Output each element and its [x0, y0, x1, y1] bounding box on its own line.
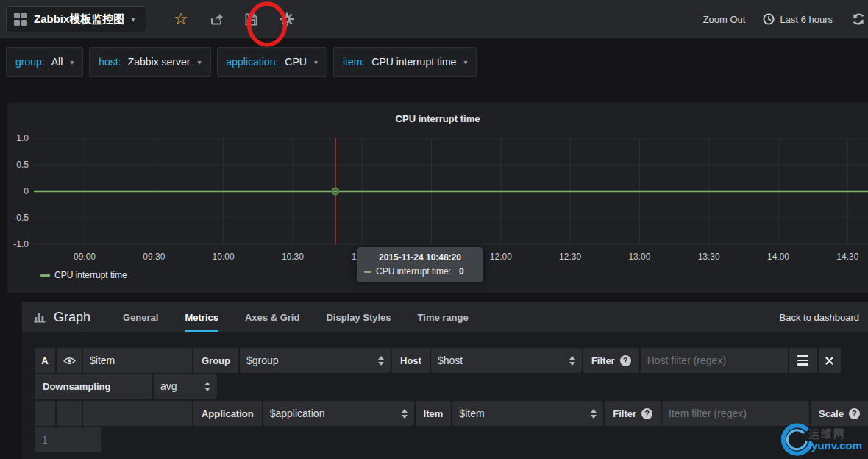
spacer-cell [35, 401, 55, 426]
downsampling-label: Downsampling [35, 374, 152, 399]
help-icon[interactable]: ? [620, 355, 631, 366]
variable-host[interactable]: host: Zabbix server ▾ [89, 47, 210, 76]
item-label: Item [416, 401, 452, 426]
svg-text:14:00: 14:00 [767, 252, 789, 262]
legend[interactable]: CPU interrupt time [40, 270, 127, 280]
toggle-visibility-button[interactable] [57, 348, 82, 373]
tab-metrics[interactable]: Metrics [185, 302, 218, 332]
help-icon[interactable]: ? [849, 408, 860, 419]
item-filter-label: Filter ? [605, 401, 661, 426]
dashboard-title-button[interactable]: Zabbix模板监控图 ▾ [6, 6, 146, 32]
svg-text:-0.5: -0.5 [13, 213, 29, 223]
time-picker-button[interactable]: Last 6 hours [763, 13, 833, 25]
variable-item[interactable]: item: CPU interrupt time ▾ [333, 47, 477, 76]
metrics-editor: A Group $group Host $host Filter [22, 332, 868, 452]
row-menu-button[interactable] [789, 348, 817, 373]
menu-icon [797, 355, 808, 366]
watermark-site: iyunv.com [808, 440, 862, 452]
tab-display-styles[interactable]: Display Styles [326, 302, 391, 332]
variable-label: application: [227, 56, 279, 68]
variable-label: host: [99, 56, 121, 68]
application-select[interactable]: $application [263, 401, 414, 426]
tooltip-value: 0 [459, 266, 464, 277]
editor-panel-type: Graph [54, 310, 90, 325]
panel-editor: Graph General Metrics Axes & Grid Displa… [22, 302, 868, 459]
svg-text:12:30: 12:30 [559, 252, 581, 262]
share-icon [209, 12, 224, 26]
tab-time-range[interactable]: Time range [418, 302, 469, 332]
gear-icon [280, 12, 294, 26]
tab-axes-grid[interactable]: Axes & Grid [245, 302, 299, 332]
metric-ref-letter[interactable]: A [35, 348, 55, 373]
time-range-label: Last 6 hours [780, 14, 833, 25]
host-filter-label: Filter ? [583, 348, 639, 373]
chevron-down-icon: ▾ [197, 58, 201, 66]
row-number-cell[interactable]: 1 [35, 427, 101, 452]
chart-tooltip: 2015-11-24 10:48:20 CPU interrupt time: … [357, 247, 483, 282]
metric-row-a: A Group $group Host $host Filter [35, 348, 868, 373]
svg-text:0.5: 0.5 [16, 160, 29, 170]
svg-text:13:30: 13:30 [698, 252, 720, 262]
svg-text:13:00: 13:00 [628, 252, 650, 262]
spacer-cell [57, 401, 82, 426]
svg-text:1.0: 1.0 [16, 134, 29, 143]
host-select[interactable]: $host [431, 348, 582, 373]
legend-series-color [40, 274, 50, 277]
item-select[interactable]: $item [452, 401, 603, 426]
clock-icon [763, 13, 775, 25]
site-watermark: 运维网 iyunv.com [779, 422, 862, 458]
star-button[interactable]: ☆ [173, 8, 189, 30]
select-arrows-icon [402, 409, 408, 419]
chart-plot-area[interactable]: 09:0009:3010:0010:3011:0011:3012:0012:30… [7, 134, 868, 265]
panel-title[interactable]: CPU interrupt time [7, 103, 868, 124]
variable-label: item: [343, 56, 365, 68]
svg-text:09:00: 09:00 [74, 252, 96, 262]
close-icon [825, 357, 833, 365]
star-icon: ☆ [174, 11, 188, 27]
share-button[interactable] [208, 8, 224, 30]
chevron-down-icon: ▾ [70, 58, 74, 66]
tooltip-series-label: CPU interrupt time: [376, 266, 451, 277]
save-icon [244, 13, 258, 26]
zoom-out-button[interactable]: Zoom Out [703, 14, 746, 25]
tooltip-timestamp: 2015-11-24 10:48:20 [364, 252, 476, 263]
navbar: Zabbix模板监控图 ▾ ☆ [0, 0, 868, 38]
svg-text:09:30: 09:30 [143, 252, 165, 262]
item-query-input[interactable] [90, 355, 185, 366]
select-arrows-icon [569, 356, 575, 366]
svg-text:0: 0 [24, 186, 29, 196]
tab-general[interactable]: General [123, 302, 158, 332]
save-button[interactable] [243, 8, 260, 30]
variable-application[interactable]: application: CPU ▾ [217, 47, 327, 76]
svg-text:12:00: 12:00 [490, 252, 512, 262]
dashboard-grid-icon [14, 13, 27, 26]
back-to-dashboard-link[interactable]: Back to dashboard [780, 312, 859, 323]
group-select[interactable]: $group [240, 348, 391, 373]
variable-group[interactable]: group: All ▾ [6, 47, 83, 76]
legend-series-label: CPU interrupt time [54, 270, 127, 280]
svg-text:10:30: 10:30 [282, 252, 304, 262]
item-filter-input[interactable] [669, 408, 803, 419]
group-label: Group [193, 348, 238, 373]
metric-row-application: Application $application Item $item Filt… [35, 401, 868, 426]
row-number-row: 1 [35, 427, 868, 452]
host-filter-input[interactable] [647, 355, 781, 366]
downsampling-row: Downsampling avg [35, 374, 868, 399]
refresh-button[interactable] [850, 8, 867, 30]
settings-button[interactable] [279, 8, 295, 30]
dashboard-title: Zabbix模板监控图 [34, 13, 124, 26]
variable-value: CPU [285, 56, 307, 68]
graph-panel: CPU interrupt time 09:0009:3010:0010:301… [7, 103, 868, 293]
variable-value: CPU interrupt time [371, 56, 456, 68]
spacer-cell [83, 401, 192, 426]
remove-row-button[interactable] [819, 348, 841, 373]
help-icon[interactable]: ? [641, 408, 652, 419]
svg-text:10:00: 10:00 [213, 252, 235, 262]
variable-label: group: [15, 56, 45, 68]
chevron-down-icon: ▾ [314, 58, 318, 66]
downsampling-select[interactable]: avg [154, 374, 217, 399]
bar-chart-icon [34, 311, 46, 323]
variable-value: Zabbix server [128, 56, 191, 68]
application-label: Application [193, 401, 262, 426]
watermark-name: 运维网 [808, 428, 862, 441]
